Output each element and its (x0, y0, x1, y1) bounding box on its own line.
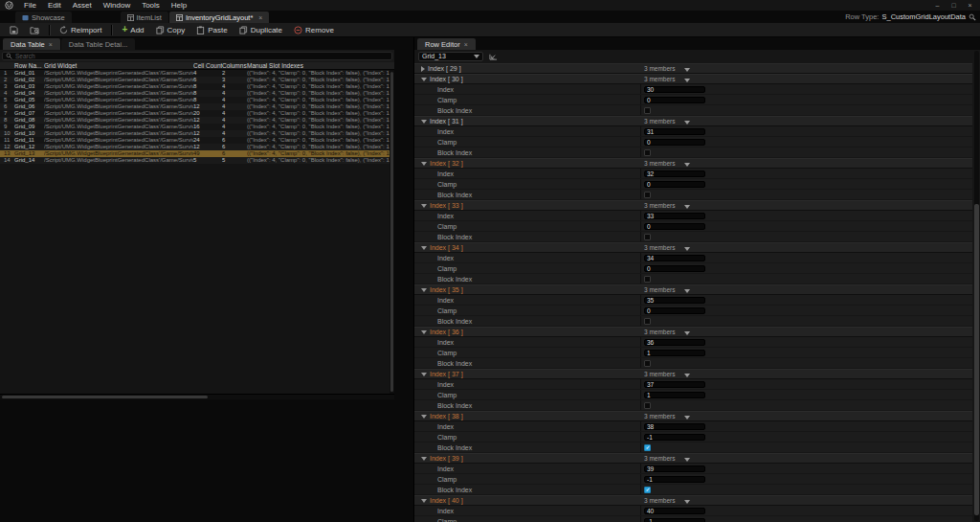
remove-button[interactable]: Remove (289, 24, 339, 36)
tab-inventorygridlayout[interactable]: InventoryGridLayout* × (169, 11, 270, 23)
index-input[interactable]: 37 (644, 381, 705, 388)
block-index-checkbox[interactable] (644, 444, 651, 451)
add-row-button[interactable]: Add (117, 24, 148, 36)
clamp-input[interactable]: 0 (644, 97, 705, 103)
search-box[interactable] (2, 52, 392, 60)
array-entry-header[interactable]: Index [ 38 ] 3 members (414, 411, 972, 421)
menu-item[interactable]: Edit (42, 0, 67, 11)
array-entry-header[interactable]: Index [ 36 ] 3 members (414, 327, 972, 337)
array-entry-header[interactable]: Index [ 37 ] 3 members (414, 369, 972, 379)
scrollbar-thumb[interactable] (974, 204, 979, 515)
table-row[interactable]: 13 Grid_13 /Script/UMG.WidgetBlueprintGe… (0, 150, 394, 157)
close-tab-icon[interactable]: × (258, 14, 262, 21)
index-input[interactable]: 33 (644, 213, 705, 219)
table-row[interactable]: 8 Grid_08 /Script/UMG.WidgetBlueprintGen… (0, 117, 394, 124)
clamp-input[interactable]: 0 (644, 139, 705, 146)
clamp-input[interactable]: 0 (644, 223, 705, 230)
column-header-columns[interactable]: Columns (222, 62, 247, 69)
close-tab-icon[interactable]: × (464, 41, 468, 48)
index-input[interactable]: 36 (644, 339, 705, 346)
tab-data-table[interactable]: Data Table × (3, 38, 60, 50)
expander-icon[interactable] (421, 373, 427, 376)
index-input[interactable]: 38 (644, 423, 705, 430)
clamp-input[interactable]: 0 (644, 307, 705, 314)
block-index-checkbox[interactable] (644, 234, 651, 240)
array-entry-header[interactable]: Index [ 31 ] 3 members (414, 116, 972, 126)
block-index-checkbox[interactable] (644, 318, 651, 325)
search-input[interactable] (15, 53, 389, 59)
browse-to-row-button[interactable] (487, 52, 500, 61)
expander-icon[interactable] (421, 499, 427, 503)
scrollbar-thumb[interactable] (390, 72, 393, 392)
column-header-manual-slot-indexes[interactable]: Manual Slot Indexes (247, 62, 394, 69)
expander-icon[interactable] (421, 78, 427, 81)
chevron-down-icon[interactable] (684, 416, 690, 420)
table-row[interactable]: 11 Grid_11 /Script/UMG.WidgetBlueprintGe… (0, 137, 394, 144)
tab-itemlist[interactable]: ItemList (121, 11, 168, 23)
duplicate-button[interactable]: Duplicate (234, 24, 287, 36)
table-row[interactable]: 12 Grid_12 /Script/UMG.WidgetBlueprintGe… (0, 144, 394, 150)
clamp-input[interactable]: -1 (644, 518, 705, 522)
block-index-checkbox[interactable] (644, 487, 651, 493)
save-button[interactable] (5, 24, 23, 36)
array-entry-header[interactable]: Index [ 32 ] 3 members (414, 158, 972, 169)
tab-row-editor[interactable]: Row Editor × (417, 38, 476, 50)
copy-button[interactable]: Copy (151, 24, 190, 36)
table-row[interactable]: 9 Grid_09 /Script/UMG.WidgetBlueprintGen… (0, 124, 394, 130)
clamp-input[interactable]: 0 (644, 265, 705, 272)
table-row[interactable]: 14 Grid_14 /Script/UMG.WidgetBlueprintGe… (0, 157, 394, 164)
clamp-input[interactable]: 1 (644, 392, 705, 398)
chevron-down-icon[interactable] (684, 121, 690, 125)
chevron-down-icon[interactable] (684, 500, 690, 504)
clamp-input[interactable]: -1 (644, 476, 705, 483)
expander-icon[interactable] (421, 288, 427, 292)
block-index-checkbox[interactable] (644, 149, 651, 156)
expander-icon[interactable] (421, 457, 427, 461)
chevron-down-icon[interactable] (684, 163, 690, 167)
scrollbar-thumb[interactable] (2, 396, 208, 398)
column-header-grid-widget[interactable]: Grid Widget (44, 62, 193, 69)
expander-icon[interactable] (421, 246, 427, 250)
clamp-input[interactable]: -1 (644, 434, 705, 441)
table-row[interactable]: 1 Grid_01 /Script/UMG.WidgetBlueprintGen… (0, 70, 394, 77)
minimize-button[interactable]: – (929, 0, 946, 11)
tab-showcase[interactable]: Showcase (15, 11, 72, 23)
index-input[interactable]: 32 (644, 170, 705, 177)
menu-item[interactable]: Window (98, 0, 136, 11)
array-entry-header[interactable]: Index [ 33 ] 3 members (414, 200, 972, 211)
table-row[interactable]: 2 Grid_02 /Script/UMG.WidgetBlueprintGen… (0, 77, 394, 83)
array-entry-header[interactable]: Index [ 30 ] 3 members (414, 74, 972, 84)
chevron-down-icon[interactable] (684, 458, 690, 462)
expander-icon[interactable] (421, 162, 427, 166)
search-icon[interactable] (969, 13, 976, 21)
reimport-button[interactable]: Reimport (55, 24, 106, 36)
menu-item[interactable]: Tools (136, 0, 166, 11)
maximize-button[interactable]: □ (946, 0, 962, 11)
index-input[interactable]: 34 (644, 255, 705, 261)
menu-item[interactable]: Asset (67, 0, 98, 11)
index-input[interactable]: 39 (644, 465, 705, 472)
expander-icon[interactable] (421, 204, 427, 208)
table-row[interactable]: 4 Grid_04 /Script/UMG.WidgetBlueprintGen… (0, 90, 394, 97)
chevron-down-icon[interactable] (684, 79, 690, 82)
expander-icon[interactable] (421, 66, 425, 72)
array-entry-header[interactable]: Index [ 40 ] 3 members (414, 495, 972, 506)
index-input[interactable]: 31 (644, 128, 705, 135)
close-button[interactable]: × (962, 0, 978, 11)
chevron-down-icon[interactable] (684, 247, 690, 251)
block-index-checkbox[interactable] (644, 107, 651, 114)
table-row[interactable]: 5 Grid_05 /Script/UMG.WidgetBlueprintGen… (0, 97, 394, 103)
expander-icon[interactable] (421, 120, 427, 124)
clamp-input[interactable]: 1 (644, 350, 705, 356)
row-select-dropdown[interactable]: Grid_13 (418, 52, 483, 61)
index-input[interactable]: 35 (644, 297, 705, 304)
menu-item[interactable]: File (18, 0, 42, 11)
index-input[interactable]: 40 (644, 508, 705, 514)
clamp-input[interactable]: 0 (644, 181, 705, 188)
array-entry-header[interactable]: Index [ 35 ] 3 members (414, 284, 972, 295)
block-index-checkbox[interactable] (644, 402, 651, 409)
close-tab-icon[interactable]: × (49, 41, 53, 48)
paste-button[interactable]: Paste (191, 24, 232, 36)
chevron-down-icon[interactable] (684, 289, 690, 293)
array-entry-header[interactable]: Index [ 39 ] 3 members (414, 453, 972, 464)
